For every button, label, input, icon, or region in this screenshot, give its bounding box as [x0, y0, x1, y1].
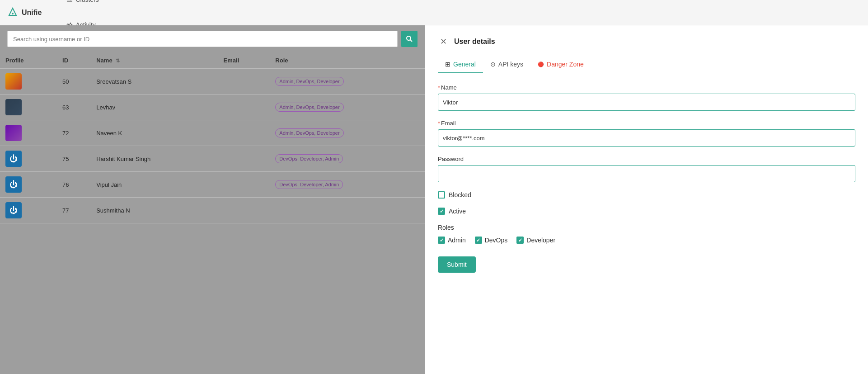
role-badge: DevOps, Developer, Admin [275, 154, 343, 163]
role-badge: Admin, DevOps, Developer [275, 103, 343, 112]
table-header: Profile ID Name ⇅ Email Role [0, 52, 425, 69]
cell-email [218, 120, 270, 146]
email-input[interactable] [438, 129, 855, 147]
table-row[interactable]: 50Sreevatsan SAdmin, DevOps, Developer [0, 69, 425, 95]
left-panel: Profile ID Name ⇅ Email Role 50Sreevatsa… [0, 25, 425, 374]
table-row[interactable]: 63LevhavAdmin, DevOps, Developer [0, 95, 425, 120]
role-badge: Admin, DevOps, Developer [275, 128, 343, 137]
cell-id: 76 [57, 172, 91, 198]
clusters-icon [66, 0, 73, 3]
email-field-group: * Email [438, 120, 855, 147]
nav-clusters[interactable]: Clusters [60, 0, 116, 13]
active-checkbox[interactable] [438, 208, 445, 215]
panel-header: ✕ User details [438, 36, 855, 47]
cell-id: 75 [57, 146, 91, 172]
cell-avatar [0, 120, 57, 146]
right-panel: ✕ User details ⊞ General ⊙ API keys 🔴 Da… [425, 25, 868, 374]
password-field-group: Password [438, 156, 855, 182]
main-area: Profile ID Name ⇅ Email Role 50Sreevatsa… [0, 25, 868, 374]
panel-title: User details [454, 38, 495, 46]
table-row[interactable]: 72Naveen KAdmin, DevOps, Developer [0, 120, 425, 146]
svg-point-12 [407, 36, 411, 40]
danger-tab-icon: 🔴 [538, 62, 544, 67]
name-input[interactable] [438, 94, 855, 111]
devops-checkbox[interactable] [475, 237, 482, 244]
cell-role: DevOps, Developer, Admin [270, 172, 425, 198]
search-bar [0, 25, 425, 52]
search-input[interactable] [7, 31, 398, 47]
active-group: Active [438, 208, 855, 215]
password-input[interactable] [438, 165, 855, 182]
cell-role: Admin, DevOps, Developer [270, 95, 425, 120]
search-button[interactable] [401, 31, 418, 47]
cell-role [270, 198, 425, 223]
avatar: ⏻ [5, 176, 22, 193]
name-field-group: * Name [438, 84, 855, 111]
general-tab-icon: ⊞ [445, 61, 450, 68]
roles-list: Admin DevOps Developer [438, 237, 855, 244]
avatar [5, 99, 22, 115]
col-email: Email [218, 52, 270, 69]
avatar [5, 125, 22, 141]
cell-avatar: ⏻ [0, 172, 57, 198]
cell-name: Sreevatsan S [91, 69, 218, 95]
role-admin: Admin [438, 237, 466, 244]
topbar: Unifie Applications Clusters Activity [0, 0, 868, 25]
table-body: 50Sreevatsan SAdmin, DevOps, Developer63… [0, 69, 425, 223]
table-row[interactable]: ⏻77Sushmitha N [0, 198, 425, 223]
blocked-label: Blocked [449, 191, 471, 199]
cell-avatar: ⏻ [0, 146, 57, 172]
cell-id: 72 [57, 120, 91, 146]
tab-danger-zone[interactable]: 🔴 Danger Zone [530, 56, 591, 73]
cell-avatar: ⏻ [0, 198, 57, 223]
team-table: Profile ID Name ⇅ Email Role 50Sreevatsa… [0, 52, 425, 223]
tab-api-keys[interactable]: ⊙ API keys [483, 56, 530, 73]
cell-avatar [0, 95, 57, 120]
app-name: Unifie [22, 9, 42, 17]
active-label: Active [449, 208, 466, 215]
panel-tabs: ⊞ General ⊙ API keys 🔴 Danger Zone [438, 56, 855, 73]
cell-avatar [0, 69, 57, 95]
search-icon [406, 35, 413, 43]
table-row[interactable]: ⏻76Vipul JainDevOps, Developer, Admin [0, 172, 425, 198]
cell-role: Admin, DevOps, Developer [270, 120, 425, 146]
col-role: Role [270, 52, 425, 69]
cell-name: Harshit Kumar Singh [91, 146, 218, 172]
roles-section: Roles Admin DevOps Developer [438, 224, 855, 244]
role-devops: DevOps [475, 237, 508, 244]
tab-general[interactable]: ⊞ General [438, 56, 483, 73]
cell-email [218, 146, 270, 172]
role-badge: Admin, DevOps, Developer [275, 77, 343, 86]
cell-name: Naveen K [91, 120, 218, 146]
cell-name: Levhav [91, 95, 218, 120]
cell-role: Admin, DevOps, Developer [270, 69, 425, 95]
avatar: ⏻ [5, 202, 22, 218]
blocked-checkbox[interactable] [438, 191, 445, 199]
avatar: ⏻ [5, 151, 22, 167]
developer-label: Developer [526, 237, 555, 244]
close-button[interactable]: ✕ [438, 36, 449, 47]
admin-checkbox[interactable] [438, 237, 445, 244]
email-required: * [438, 120, 440, 127]
col-profile: Profile [0, 52, 57, 69]
col-id: ID [57, 52, 91, 69]
cell-name: Sushmitha N [91, 198, 218, 223]
submit-button[interactable]: Submit [438, 256, 476, 273]
api-tab-icon: ⊙ [490, 61, 496, 68]
admin-label: Admin [448, 237, 466, 244]
developer-checkbox[interactable] [516, 237, 524, 244]
cell-email [218, 69, 270, 95]
password-label: Password [438, 156, 855, 162]
cell-role: DevOps, Developer, Admin [270, 146, 425, 172]
logo-area: Unifie [7, 7, 53, 18]
cell-email [218, 95, 270, 120]
svg-point-1 [12, 13, 14, 14]
sort-icon[interactable]: ⇅ [116, 58, 120, 63]
cell-id: 50 [57, 69, 91, 95]
role-badge: DevOps, Developer, Admin [275, 180, 343, 189]
role-developer: Developer [516, 237, 555, 244]
table-row[interactable]: ⏻75Harshit Kumar SinghDevOps, Developer,… [0, 146, 425, 172]
avatar [5, 73, 22, 90]
col-name: Name ⇅ [91, 52, 218, 69]
cell-id: 77 [57, 198, 91, 223]
